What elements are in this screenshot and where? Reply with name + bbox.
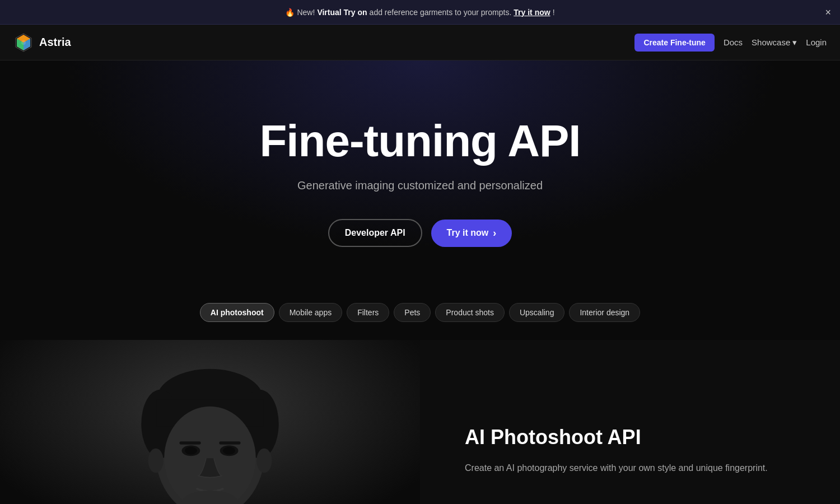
photoshoot-image (0, 340, 420, 504)
banner-try-link[interactable]: Try it now (514, 8, 550, 17)
banner-content: 🔥 New! Virtual Try on add reference garm… (285, 8, 554, 17)
category-tab-upscaling[interactable]: Upscaling (509, 303, 564, 322)
svg-point-15 (185, 447, 197, 455)
svg-point-16 (223, 447, 235, 455)
svg-rect-17 (179, 441, 200, 444)
navbar-right: Create Fine-tune Docs Showcase ▾ Login (634, 34, 827, 52)
astria-logo-icon (13, 32, 34, 53)
announcement-banner: 🔥 New! Virtual Try on add reference garm… (0, 0, 840, 25)
banner-prefix: New! (297, 8, 315, 17)
chevron-down-icon: ▾ (792, 38, 797, 48)
login-link[interactable]: Login (806, 38, 827, 47)
category-tab-mobile-apps[interactable]: Mobile apps (279, 303, 343, 322)
category-tab-pets[interactable]: Pets (394, 303, 431, 322)
developer-api-button[interactable]: Developer API (328, 219, 422, 247)
create-fine-tune-button[interactable]: Create Fine-tune (634, 34, 714, 52)
svg-point-19 (148, 449, 164, 473)
brand-logo-link[interactable]: Astria (13, 32, 71, 53)
banner-close-button[interactable]: × (825, 7, 831, 17)
category-tab-interior-design[interactable]: Interior design (569, 303, 640, 322)
try-now-label: Try it now (447, 228, 489, 238)
showcase-dropdown-button[interactable]: Showcase ▾ (752, 38, 797, 48)
content-section: AI Photoshoot API Create an AI photograp… (0, 340, 840, 504)
banner-bold-text: Virtual Try on (317, 8, 367, 17)
arrow-right-icon: › (493, 227, 496, 239)
showcase-label: Showcase (752, 38, 790, 47)
content-section-desc: Create an AI photography service with yo… (465, 460, 795, 475)
banner-suffix: ! (553, 8, 555, 17)
try-it-now-button[interactable]: Try it now › (431, 220, 512, 247)
docs-link[interactable]: Docs (724, 38, 743, 47)
category-tab-product-shots[interactable]: Product shots (435, 303, 505, 322)
hero-subtitle: Generative imaging customized and person… (13, 179, 827, 192)
svg-point-20 (256, 449, 272, 473)
banner-emoji: 🔥 (285, 8, 295, 17)
category-tab-filters[interactable]: Filters (347, 303, 389, 322)
banner-middle-text: add reference garments to your prompts. (370, 8, 512, 17)
portrait-svg (0, 340, 420, 504)
hero-section: Fine-tuning API Generative imaging custo… (0, 60, 840, 281)
svg-rect-18 (219, 441, 240, 444)
hero-buttons: Developer API Try it now › (13, 219, 827, 247)
svg-point-1 (21, 40, 26, 45)
navbar: Astria Create Fine-tune Docs Showcase ▾ … (0, 25, 840, 60)
hero-title: Fine-tuning API (13, 116, 827, 166)
content-image-column (0, 340, 420, 504)
content-section-heading: AI Photoshoot API (465, 426, 795, 449)
brand-name: Astria (39, 36, 71, 49)
category-tab-ai-photoshoot[interactable]: AI photoshoot (200, 303, 274, 322)
content-text-column: AI Photoshoot API Create an AI photograp… (420, 340, 840, 504)
category-tabs: AI photoshootMobile appsFiltersPetsProdu… (0, 281, 840, 322)
